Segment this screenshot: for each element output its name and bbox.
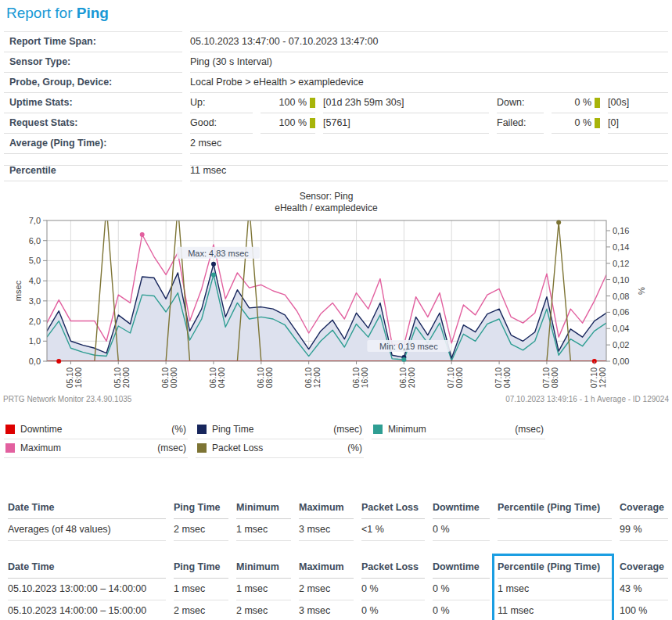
legend-swatch: [5, 425, 15, 434]
table-cell: 0 %: [433, 600, 490, 620]
svg-text:0,08: 0,08: [613, 292, 629, 301]
legend-item-packet-loss: Packet Loss(%): [196, 439, 364, 458]
table-cell: 1 msec: [236, 519, 291, 541]
legend-series-unit: (msec): [333, 424, 364, 435]
uptime-up-value: 100 %: [261, 93, 315, 113]
ping-chart-svg: Max: 4,83 msecMin: 0,19 msec0,01,02,03,0…: [0, 214, 672, 392]
table-row: Averages (of 48 values)2 msec1 msec3 mse…: [4, 519, 668, 541]
svg-text:0,06: 0,06: [613, 307, 629, 317]
legend-series-name: Ping Time: [212, 424, 253, 435]
svg-text:3,0: 3,0: [29, 296, 41, 306]
right-axis-title: %: [637, 287, 646, 295]
svg-text:0,00: 0,00: [613, 357, 629, 366]
legend-swatch: [5, 443, 15, 453]
detail-table: Date TimePing TimeMinimumMaximumPacket L…: [4, 557, 668, 620]
uptime-down-label: Down:: [497, 93, 544, 113]
svg-text:0,02: 0,02: [613, 340, 629, 349]
marker-dot: [56, 359, 61, 364]
sensor-type-label: Sensor Type:: [4, 52, 182, 73]
table-cell: Averages (of 48 values): [8, 519, 166, 541]
column-header: Packet Loss: [361, 497, 425, 519]
table-cell: 05.10.2023 14:00:00 – 15:00:00: [8, 600, 166, 620]
svg-text:00:00: 00:00: [455, 367, 464, 388]
request-failed-detail: [0]: [608, 113, 668, 134]
svg-text:04:00: 04:00: [217, 367, 226, 388]
column-header: Ping Time: [174, 497, 228, 519]
uptime-down-value: 0 %: [552, 93, 600, 113]
uptime-stats-row: Uptime Stats: Up: 100 % [01d 23h 59m 30s…: [4, 93, 668, 113]
svg-text:1,0: 1,0: [29, 336, 41, 346]
chart-footer-left: PRTG Network Monitor 23.4.90.1035: [3, 395, 131, 403]
report-info-table: Report Time Span: 05.10.2023 13:47:00 - …: [4, 31, 668, 181]
svg-text:08:00: 08:00: [264, 367, 274, 388]
percentile-row: Percentile 11 msec: [4, 161, 668, 181]
chart-legend: Downtime(%)Ping Time(msec)Minimum(msec)M…: [4, 421, 668, 458]
request-stats-row: Request Stats: Good: 100 % [5761] Failed…: [4, 113, 668, 134]
svg-text:0,12: 0,12: [613, 259, 629, 268]
chart-title: Sensor: Ping: [0, 191, 652, 202]
column-header: Maximum: [299, 497, 354, 519]
summary-table: Date TimePing TimeMinimumMaximumPacket L…: [4, 497, 668, 541]
chart-annotation: Max: 4,83 msec: [188, 249, 249, 258]
table-cell: 0 %: [361, 600, 425, 620]
marker-dot: [140, 232, 145, 237]
chart-subtitle: eHealth / exampledevice: [0, 202, 652, 214]
column-header: Maximum: [299, 557, 354, 579]
table-cell: 0 %: [361, 579, 425, 600]
report-time-span-row: Report Time Span: 05.10.2023 13:47:00 - …: [4, 31, 668, 52]
svg-text:16:00: 16:00: [74, 367, 83, 388]
column-header: Coverage: [620, 497, 668, 519]
table-cell: 0 %: [433, 579, 490, 600]
page-title-target: Ping: [77, 5, 109, 21]
legend-series-unit: (msec): [157, 443, 188, 453]
legend-series-name: Downtime: [20, 424, 62, 435]
uptime-stats-label: Uptime Stats:: [4, 93, 182, 113]
request-failed-label: Failed:: [497, 113, 544, 134]
chart-footer: PRTG Network Monitor 23.4.90.1035 07.10.…: [3, 395, 669, 403]
legend-series-name: Packet Loss: [212, 443, 263, 453]
column-header: Minimum: [236, 497, 291, 519]
table-cell: 2 msec: [299, 579, 354, 600]
report-time-span-value: 05.10.2023 13:47:00 - 07.10.2023 13:47:0…: [190, 31, 668, 52]
column-header: Packet Loss: [361, 557, 425, 579]
svg-text:7,0: 7,0: [29, 216, 41, 225]
probe-group-device-label: Probe, Group, Device:: [4, 73, 182, 93]
sensor-type-value: Ping (30 s Interval): [190, 52, 668, 73]
column-header: Ping Time: [174, 557, 228, 579]
table-cell: 99 %: [620, 519, 668, 541]
column-header: Coverage: [620, 557, 668, 579]
uptime-down-detail: [00s]: [608, 93, 668, 113]
column-header: Minimum: [236, 557, 291, 579]
legend-swatch: [373, 425, 383, 434]
legend-item-downtime: Downtime(%): [4, 421, 188, 439]
svg-text:20:00: 20:00: [407, 367, 416, 388]
table-cell: 0 %: [433, 519, 490, 541]
page-title: Report for Ping: [6, 5, 672, 22]
table-row: 05.10.2023 14:00:00 – 15:00:002 msec2 ms…: [4, 600, 668, 620]
marker-dot: [211, 272, 216, 277]
svg-text:0,0: 0,0: [29, 357, 41, 366]
spacer-row: [4, 154, 668, 161]
legend-series-unit: (%): [347, 443, 364, 453]
svg-text:4,0: 4,0: [29, 276, 41, 285]
column-header: Date Time: [8, 557, 166, 579]
svg-text:2,0: 2,0: [29, 317, 41, 326]
legend-series-unit: (msec): [515, 424, 545, 435]
marker-dot: [556, 220, 561, 225]
ping-chart: Max: 4,83 msecMin: 0,19 msec0,01,02,03,0…: [0, 214, 672, 395]
chart-annotation: Min: 0,19 msec: [379, 342, 438, 351]
percentile-value: 11 msec: [190, 161, 668, 181]
table-cell: 43 %: [620, 579, 668, 600]
column-header: Downtime: [433, 557, 490, 579]
uptime-down-bar: [595, 98, 600, 108]
table-cell: 2 msec: [236, 600, 291, 620]
table-cell: 100 %: [620, 600, 668, 620]
uptime-up-label: Up:: [190, 93, 253, 113]
svg-text:6,0: 6,0: [29, 236, 41, 245]
column-header: Percentile (Ping Time): [498, 497, 612, 519]
legend-item-minimum: Minimum(msec): [372, 421, 545, 439]
request-good-label: Good:: [190, 113, 253, 134]
sensor-type-row: Sensor Type: Ping (30 s Interval): [4, 52, 668, 73]
average-row: Average (Ping Time): 2 msec: [4, 134, 668, 154]
table-cell: 3 msec: [299, 600, 354, 620]
